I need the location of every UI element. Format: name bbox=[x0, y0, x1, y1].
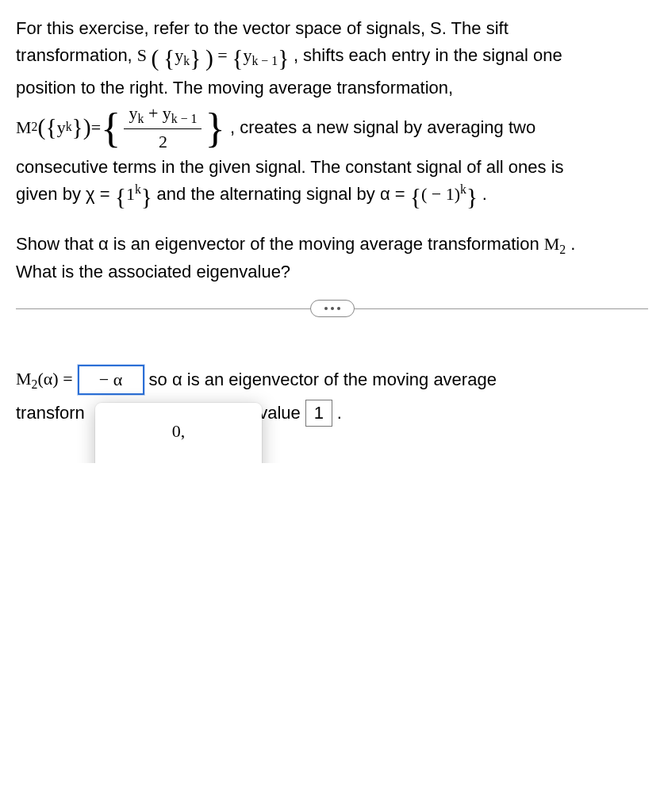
intro-text: and the alternating signal by α = bbox=[157, 184, 410, 204]
dot-icon bbox=[337, 307, 340, 310]
dot-icon bbox=[324, 307, 328, 310]
intro-text: position to the right. The moving averag… bbox=[16, 78, 453, 98]
intro-text: consecutive terms in the given signal. T… bbox=[16, 157, 564, 177]
intro-text: given by χ = bbox=[16, 184, 115, 204]
intro-paragraph: For this exercise, refer to the vector s… bbox=[16, 16, 648, 214]
dropdown-option[interactable]: 0, bbox=[172, 419, 186, 444]
intro-text: For this exercise, refer to the vector s… bbox=[16, 18, 509, 38]
intro-text: , creates a new signal by averaging two bbox=[230, 117, 535, 137]
m2-expr: M2 ( {yk} ) = { yk + yk − 1 2 } bbox=[16, 101, 225, 155]
more-options-pill[interactable] bbox=[310, 300, 355, 317]
chi-expr: {1k} bbox=[115, 184, 157, 204]
intro-text: , shifts each entry in the signal one bbox=[294, 45, 562, 65]
answer-text: transforn bbox=[16, 400, 89, 426]
sift-expr: S ( {yk} ) = {yk − 1} bbox=[137, 45, 294, 65]
m2-alpha-dropdown[interactable]: − α bbox=[78, 365, 144, 395]
answer-area: M2(α) = − α so α is an eigenvector of th… bbox=[16, 365, 648, 427]
eigenvalue-input[interactable]: 1 bbox=[305, 400, 332, 427]
dot-icon bbox=[331, 307, 334, 310]
dropdown-list[interactable]: 0, α − α − 1, α − 1, − α bbox=[95, 403, 262, 463]
m2-alpha-label: M2(α) = bbox=[16, 366, 73, 394]
alpha-expr: {( − 1)k} bbox=[410, 184, 482, 204]
question-prompt: Show that α is an eigenvector of the mov… bbox=[16, 232, 648, 285]
answer-text: so α is an eigenvector of the moving ave… bbox=[149, 367, 497, 393]
dropdown-selected-value: − α bbox=[99, 367, 122, 393]
intro-text: transformation, bbox=[16, 45, 137, 65]
